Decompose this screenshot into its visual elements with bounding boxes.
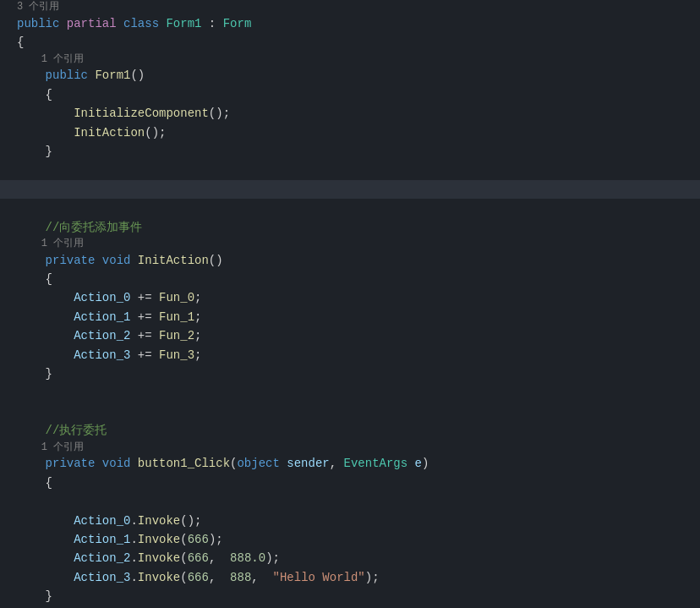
code-editor: 3 个引用 public partial class Form1 : Form … bbox=[0, 0, 700, 608]
code-line-constructor-decl: public Form1() bbox=[0, 66, 700, 85]
code-line-class-decl: public partial class Form1 : Form bbox=[0, 14, 700, 33]
code-line-blank-4 bbox=[0, 403, 700, 421]
code-line-init-action: InitAction(); bbox=[0, 123, 700, 142]
code-line-blank-5 bbox=[0, 492, 700, 511]
code-line-invoke-1: Action_1.Invoke(666); bbox=[0, 530, 700, 549]
code-line-close-brace-initaction: } bbox=[0, 364, 700, 383]
code-line-action3: Action_3 += Fun_3; bbox=[0, 346, 700, 364]
code-line-init-component: InitializeComponent(); bbox=[0, 104, 700, 123]
code-line-blank-1 bbox=[0, 161, 700, 179]
code-line-close-brace-click: } bbox=[0, 587, 700, 605]
code-line-invoke-2: Action_2.Invoke(666, 888.0); bbox=[0, 549, 700, 567]
code-line-action1: Action_1 += Fun_1; bbox=[0, 308, 700, 326]
code-line-blank-2 bbox=[0, 199, 700, 217]
code-line-open-brace-click: { bbox=[0, 474, 700, 492]
code-line-open-brace-initaction: { bbox=[0, 270, 700, 288]
code-line-action2: Action_2 += Fun_2; bbox=[0, 326, 700, 345]
code-line-open-brace-ctor: { bbox=[0, 85, 700, 104]
hint-line-4: 1 个引用 bbox=[0, 441, 700, 455]
hint-line-1: 3 个引用 bbox=[0, 0, 700, 14]
code-line-invoke-0: Action_0.Invoke(); bbox=[0, 512, 700, 530]
code-line-close-brace-ctor: } bbox=[0, 142, 700, 161]
code-line-initaction-decl: private void InitAction() bbox=[0, 251, 700, 270]
code-line-invoke-3: Action_3.Invoke(666, 888, "Hello World")… bbox=[0, 568, 700, 587]
code-line-comment-2: //执行委托 bbox=[0, 421, 700, 440]
code-line-comment-1: //向委托添加事件 bbox=[0, 218, 700, 237]
code-line-button-click-decl: private void button1_Click(object sender… bbox=[0, 454, 700, 473]
code-line-action0: Action_0 += Fun_0; bbox=[0, 288, 700, 307]
hint-line-3: 1 个引用 bbox=[0, 237, 700, 251]
hint-line-2: 1 个引用 bbox=[0, 52, 700, 67]
code-line-blank-3 bbox=[0, 383, 700, 402]
code-line-open-brace-class: { bbox=[0, 33, 700, 52]
code-line-cursor bbox=[0, 180, 700, 199]
